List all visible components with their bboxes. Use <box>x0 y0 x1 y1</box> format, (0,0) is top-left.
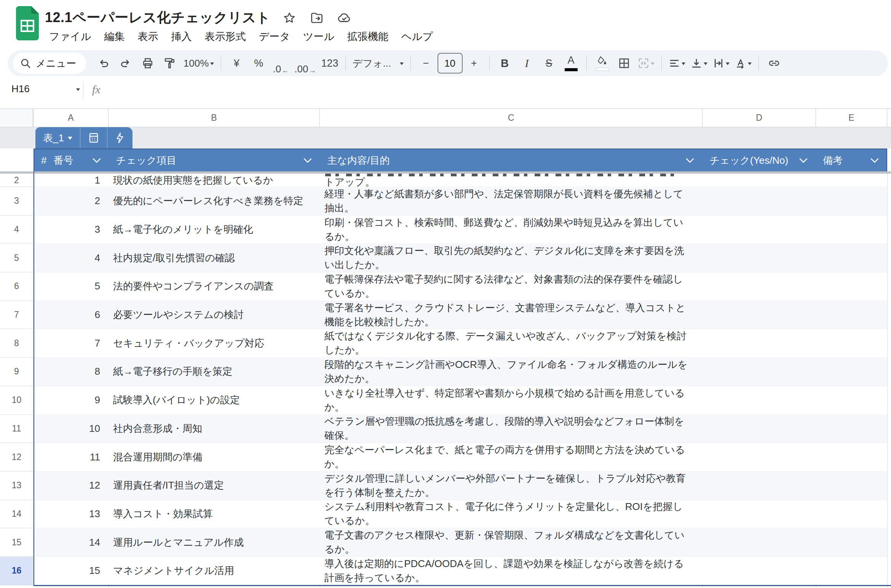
menu-item[interactable]: ヘルプ <box>395 27 439 46</box>
column-letter[interactable]: C <box>320 109 703 127</box>
vertical-align-button[interactable] <box>688 53 710 74</box>
format-currency-button[interactable]: ¥ <box>226 53 247 74</box>
cell-note[interactable] <box>816 272 887 301</box>
cell-number[interactable]: 10 <box>34 415 109 443</box>
filter-chevron-icon[interactable] <box>686 158 694 163</box>
cell-check[interactable] <box>703 500 816 529</box>
cell-note[interactable] <box>816 301 887 329</box>
select-all-corner[interactable] <box>0 109 34 127</box>
filter-chevron-icon[interactable] <box>93 158 101 163</box>
row-number[interactable]: 11 <box>0 415 34 443</box>
cell-description[interactable]: 印刷・保管コスト、検索時間、郵送費など、削減効果や時短見込みを算出してい るか。 <box>320 216 703 244</box>
cell-note[interactable] <box>816 244 887 272</box>
cell-note[interactable] <box>816 386 887 415</box>
cell-check[interactable] <box>703 415 816 443</box>
increase-decimal-button[interactable]: .00→ <box>292 53 318 74</box>
cell-note[interactable] <box>816 329 887 358</box>
paint-format-button[interactable] <box>159 53 180 74</box>
borders-button[interactable] <box>613 53 635 74</box>
cell-item[interactable]: 優先的にペーパーレス化すべき業務を特定 <box>109 187 320 216</box>
cell-check[interactable] <box>703 443 816 471</box>
cell-number[interactable]: 6 <box>34 301 109 329</box>
text-wrap-button[interactable] <box>711 53 732 74</box>
bold-button[interactable]: B <box>494 53 516 74</box>
row-number[interactable]: 10 <box>0 386 34 415</box>
cell-description[interactable]: 完全なペーパーレス化まで、紙と電子の両方を併用する期間と方法を決めている か。 <box>320 443 703 471</box>
cell-number[interactable]: 13 <box>34 500 109 529</box>
column-letter[interactable]: E <box>816 109 887 127</box>
header-item-column[interactable]: チェック項目 <box>109 149 320 171</box>
cell-description[interactable]: 段階的なスキャニング計画やOCR導入、ファイル命名・フォルダ構造のルールを 決め… <box>320 358 703 386</box>
cell-check[interactable] <box>703 528 816 557</box>
strikethrough-button[interactable]: S <box>538 53 560 74</box>
menu-item[interactable]: 拡張機能 <box>341 27 395 46</box>
cell-number[interactable]: 11 <box>34 443 109 471</box>
cell-description[interactable]: 紙ではなくデジタル化する際、データ漏えいや改ざん、バックアップ対策を検討 したか… <box>320 329 703 358</box>
cell-check[interactable] <box>703 301 816 329</box>
cell-number[interactable]: 12 <box>34 471 109 500</box>
cell-note[interactable] <box>816 528 887 557</box>
cell-check[interactable] <box>703 244 816 272</box>
cell-description[interactable]: 電子署名サービス、クラウドストレージ、文書管理システムなど、導入コストと 機能を… <box>320 301 703 329</box>
fill-color-button[interactable] <box>591 53 613 74</box>
cell-check[interactable] <box>703 557 816 585</box>
cell-note[interactable] <box>816 557 887 585</box>
cell-number[interactable]: 2 <box>34 187 109 216</box>
decrease-font-size-button[interactable]: − <box>415 53 437 74</box>
cell-item[interactable]: マネジメントサイクル活用 <box>109 557 320 585</box>
decrease-decimal-button[interactable]: .0← <box>270 53 291 74</box>
cell-item[interactable]: 社内合意形成・周知 <box>109 415 320 443</box>
horizontal-align-button[interactable] <box>666 53 688 74</box>
cell-number[interactable]: 9 <box>34 386 109 415</box>
star-icon[interactable] <box>281 10 298 26</box>
cell-note[interactable] <box>816 415 887 443</box>
row-number[interactable]: 16 <box>0 557 34 585</box>
cell-number[interactable]: 15 <box>34 557 109 585</box>
cloud-saved-icon[interactable] <box>336 10 353 26</box>
row-number[interactable]: 8 <box>0 329 34 358</box>
cell-description[interactable]: 電子文書のアクセス権限や、更新・保管期限、フォルダ構成などを文書化してい るか。 <box>320 528 703 557</box>
cell-number[interactable]: 3 <box>34 216 109 244</box>
cell-description[interactable]: トアップ。 <box>320 174 703 187</box>
header-check-column[interactable]: チェック(Yes/No) <box>702 149 815 171</box>
cell-note[interactable] <box>816 174 887 187</box>
format-percent-button[interactable]: % <box>248 53 269 74</box>
cell-note[interactable] <box>816 187 887 216</box>
sheets-logo[interactable] <box>14 6 40 40</box>
header-purpose-column[interactable]: 主な内容/目的 <box>319 149 702 171</box>
cell-number[interactable]: 7 <box>34 329 109 358</box>
menu-item[interactable]: 表示 <box>131 27 165 46</box>
cell-item[interactable]: 社内規定/取引先慣習の確認 <box>109 244 320 272</box>
filter-chevron-icon[interactable] <box>303 158 312 163</box>
move-to-folder-icon[interactable] <box>308 10 325 26</box>
cell-item[interactable]: 運用ルールとマニュアル作成 <box>109 528 320 557</box>
font-select[interactable]: デフォ... <box>350 53 406 74</box>
row-number[interactable]: 2 <box>0 174 34 187</box>
column-letter[interactable]: D <box>703 109 816 127</box>
row-number[interactable]: 5 <box>0 244 34 272</box>
cell-check[interactable] <box>703 358 816 386</box>
cell-note[interactable] <box>816 358 887 386</box>
column-letter[interactable]: A <box>34 109 109 127</box>
menu-item[interactable]: 編集 <box>98 27 131 46</box>
row-number[interactable]: 4 <box>0 216 34 244</box>
cell-note[interactable] <box>816 500 887 529</box>
menu-item[interactable]: データ <box>252 27 297 46</box>
cell-check[interactable] <box>703 272 816 301</box>
text-rotation-button[interactable] <box>733 53 754 74</box>
row-number[interactable]: 12 <box>0 443 34 471</box>
cell-check[interactable] <box>703 187 816 216</box>
cell-description[interactable]: いきなり全社導入せず、特定部署や書類から小規模で始める計画を用意している か。 <box>320 386 703 415</box>
quick-actions-button[interactable] <box>107 127 133 149</box>
cell-check[interactable] <box>703 216 816 244</box>
text-color-button[interactable]: A <box>560 53 582 74</box>
cell-number[interactable]: 4 <box>34 244 109 272</box>
cell-number[interactable]: 1 <box>34 174 109 187</box>
document-title[interactable]: 12.1ペーパーレス化チェックリスト <box>45 8 270 27</box>
table-controls-button[interactable] <box>80 127 107 149</box>
cell-item[interactable]: 現状の紙使用実態を把握しているか <box>109 174 320 187</box>
row-number[interactable]: 6 <box>0 272 34 301</box>
print-button[interactable] <box>137 53 158 74</box>
font-size-input[interactable]: 10 <box>438 53 463 74</box>
row-number[interactable]: 9 <box>0 358 34 386</box>
